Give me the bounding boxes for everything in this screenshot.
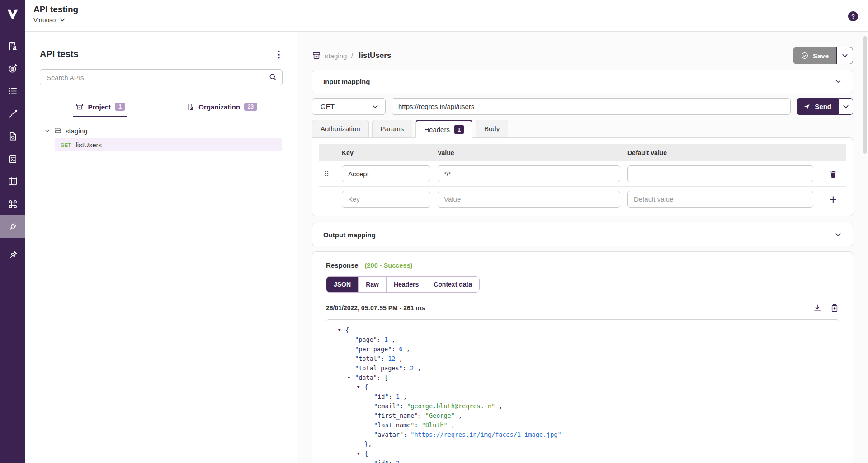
save-dropdown-button[interactable]: [836, 47, 853, 64]
tree-folder-staging[interactable]: staging: [25, 124, 297, 137]
json-token[interactable]: "https://reqres.in/img/faces/1-image.jpg…: [410, 431, 561, 438]
tab-headers[interactable]: Headers 1: [415, 120, 472, 138]
json-token: "total_pages": [355, 364, 403, 372]
tab-raw[interactable]: Raw: [358, 277, 386, 292]
drag-handle[interactable]: ⠿: [319, 170, 335, 178]
headers-table: Key Value Default value ⠿: [312, 137, 853, 216]
search-icon[interactable]: [269, 73, 277, 81]
json-token: {: [364, 450, 368, 457]
json-token: "last_name": [374, 421, 414, 429]
response-timestamp: 26/01/2022, 05:07:55 PM - 261 ms: [326, 304, 425, 312]
tab-json[interactable]: JSON: [326, 277, 358, 292]
rail-divider: [6, 241, 19, 241]
request-url-input[interactable]: [392, 98, 791, 115]
search-input[interactable]: [40, 69, 283, 85]
help-button[interactable]: ?: [848, 11, 858, 21]
json-token: ,: [403, 345, 410, 353]
rail-item-plug-icon[interactable]: [0, 215, 25, 238]
send-button[interactable]: Send: [797, 98, 838, 115]
rail-item-command-icon[interactable]: [0, 193, 25, 215]
tab-authorization[interactable]: Authorization: [312, 120, 369, 137]
folder-open-icon: [54, 127, 62, 135]
rail-item-code-file-icon[interactable]: [0, 125, 25, 147]
rail-item-pushpin-icon[interactable]: [0, 244, 25, 266]
json-token: "id": [374, 393, 389, 400]
expander-icon[interactable]: ▼: [338, 328, 345, 332]
tree-item-listusers[interactable]: GET listUsers: [55, 138, 282, 151]
save-button[interactable]: Save: [793, 47, 836, 64]
scrollbar-thumb[interactable]: [863, 36, 867, 154]
column-header-key: Key: [342, 149, 430, 156]
tab-project[interactable]: Project 1: [40, 103, 161, 117]
clipboard-icon[interactable]: [830, 303, 839, 312]
project-selector-label: Virtuoso: [33, 17, 56, 24]
tab-params[interactable]: Params: [372, 120, 413, 137]
json-line: "total_pages": 2 ,: [326, 363, 839, 373]
api-tree: staging GET listUsers: [25, 124, 297, 151]
rail-item-building-user-icon[interactable]: [0, 34, 25, 57]
table-row-new: +: [319, 186, 846, 212]
new-key-input[interactable]: [342, 191, 430, 208]
kebab-menu-icon[interactable]: ⋮: [274, 50, 283, 59]
download-icon[interactable]: [813, 303, 822, 312]
section-label: Output mapping: [323, 231, 376, 239]
json-viewer: ▼{"page": 1 ,"per_page": 6 ,"total": 12 …: [326, 319, 839, 463]
api-tests-panel: API tests ⋮ Project 1: [25, 32, 297, 463]
save-button-label: Save: [813, 52, 829, 60]
json-token: :: [389, 393, 396, 400]
json-token: "Bluth": [422, 421, 448, 429]
column-header-value: Value: [438, 149, 620, 156]
rail-item-route-icon[interactable]: [0, 102, 25, 125]
request-tabs: Authorization Params Headers 1 Body: [312, 120, 853, 137]
new-default-input[interactable]: [627, 191, 813, 208]
header-default-input[interactable]: [627, 165, 813, 182]
expander-icon[interactable]: ▼: [357, 385, 364, 389]
response-section: Response (200 - Success) JSON Raw Header…: [312, 251, 853, 463]
building-user-icon: [186, 103, 194, 111]
breadcrumb-folder[interactable]: staging: [325, 52, 347, 60]
section-label: Input mapping: [323, 78, 370, 85]
expander-icon[interactable]: ▼: [357, 451, 364, 456]
method-select[interactable]: GET: [312, 98, 386, 115]
output-mapping-section[interactable]: Output mapping: [312, 223, 853, 246]
rail-item-clipboard-check-icon[interactable]: [0, 147, 25, 170]
method-select-value: GET: [321, 103, 335, 110]
json-token: ,: [495, 402, 502, 410]
input-mapping-section[interactable]: Input mapping: [312, 70, 853, 93]
virtuoso-logo-icon[interactable]: [0, 0, 25, 28]
json-line: "id": 1 ,: [326, 392, 839, 401]
send-dropdown-button[interactable]: [838, 98, 853, 115]
json-token: :: [414, 421, 421, 429]
rail-item-map-icon[interactable]: [0, 170, 25, 193]
paper-plane-icon: [803, 103, 811, 110]
json-token: "avatar": [374, 431, 403, 438]
breadcrumb-current: listUsers: [359, 51, 392, 60]
header-value-input[interactable]: [438, 165, 620, 182]
command-icon: [8, 199, 18, 209]
json-token: },: [364, 440, 372, 448]
project-selector[interactable]: Virtuoso: [33, 16, 66, 24]
breadcrumb: staging / listUsers: [312, 51, 391, 60]
add-row-button[interactable]: +: [821, 195, 846, 204]
json-token: ,: [388, 336, 395, 343]
delete-row-button[interactable]: [821, 170, 846, 179]
tab-context-data[interactable]: Context data: [426, 277, 479, 292]
tab-body[interactable]: Body: [476, 120, 508, 137]
response-title: Response: [326, 261, 359, 269]
new-value-input[interactable]: [438, 191, 620, 208]
json-token: ,: [414, 364, 421, 372]
clipboard-check-icon: [8, 154, 18, 164]
json-line: "id": 2 ,: [326, 458, 839, 463]
send-button-label: Send: [815, 103, 831, 110]
response-tabs: JSON Raw Headers Context data: [326, 276, 480, 293]
expander-icon[interactable]: ▼: [348, 375, 355, 380]
tab-organization[interactable]: Organization 23: [161, 103, 283, 117]
json-token: "george.bluth@reqres.in": [407, 402, 495, 410]
tab-response-headers[interactable]: Headers: [386, 277, 426, 292]
json-token: "data": [355, 374, 377, 381]
header-key-input[interactable]: [342, 165, 430, 182]
json-line: ▼{: [326, 449, 839, 458]
rail-item-target-icon[interactable]: [0, 57, 25, 80]
rail-item-list-icon[interactable]: [0, 80, 25, 102]
json-line: "email": "george.bluth@reqres.in" ,: [326, 401, 839, 411]
